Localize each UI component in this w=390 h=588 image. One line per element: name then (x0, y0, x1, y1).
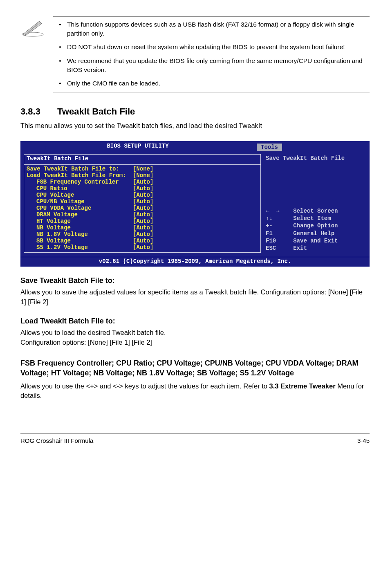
bios-setting-row: CPU VDDA Voltage[Auto] (27, 205, 258, 211)
bios-setting-value: [Auto] (133, 238, 153, 244)
bios-help-text: Save TweakIt Batch File (266, 155, 365, 162)
bios-setting-value: [Auto] (133, 224, 153, 231)
note-callout: •This function supports devices such as … (20, 16, 370, 92)
bios-left-panel: TweakIt Batch File Save TweakIt Batch Fi… (24, 154, 261, 253)
note-content: •This function supports devices such as … (53, 16, 370, 92)
page-footer: ROG Crosshair III Formula 3-45 (20, 433, 370, 444)
note-item: •We recommend that you update the BIOS f… (53, 56, 370, 74)
bios-setting-value: [Auto] (133, 211, 153, 218)
bios-setting-value: [None] (133, 172, 153, 179)
bios-setting-label: CPU/NB Voltage (36, 198, 133, 205)
bios-tab-tools: Tools (257, 144, 282, 151)
bios-setting-label: DRAM Voltage (36, 211, 133, 218)
note-text: Only the CMO file can be loaded. (67, 79, 160, 88)
bios-setting-value: [Auto] (133, 198, 153, 205)
subsection-body: Allows you to save the adjusted values f… (20, 287, 370, 307)
section-name: TweakIt Batch File (57, 106, 135, 117)
bios-setting-label: SB Voltage (36, 238, 133, 244)
subsection-title: Load TweakIt Batch File to: (20, 317, 370, 325)
bios-setting-row: CPU/NB Voltage[Auto] (27, 198, 258, 205)
section-heading: 3.8.3 TweakIt Batch File (20, 106, 370, 117)
note-text: This function supports devices such as a… (67, 20, 370, 38)
note-text: We recommend that you update the BIOS fi… (67, 56, 370, 74)
bios-panel: BIOS SETUP UTILITY Tools TweakIt Batch F… (20, 141, 370, 267)
section-intro: This menu allows you to set the TweakIt … (20, 121, 370, 130)
note-item: •Only the CMO file can be loaded. (53, 79, 370, 88)
bios-setting-row: FSB Frequency Controller[Auto] (27, 179, 258, 185)
section-number: 3.8.3 (20, 106, 57, 117)
bios-setting-value: [Auto] (133, 244, 153, 251)
bios-setting-label: HT Voltage (36, 218, 133, 224)
bios-setting-value: [None] (133, 166, 153, 172)
bios-setting-row: Load TweakIt Batch File From:[None] (27, 172, 258, 179)
bios-setting-label: CPU Ratio (36, 185, 133, 192)
bios-key-help: ← → Select Screen ↑↓ Select Item +- Chan… (266, 207, 365, 252)
bios-setting-label: CPU VDDA Voltage (36, 205, 133, 211)
bios-setting-label: NB 1.8V Voltage (36, 231, 133, 238)
bios-setting-label: CPU Voltage (36, 192, 133, 198)
bios-setting-row: S5 1.2V Voltage[Auto] (27, 244, 258, 251)
bios-setting-row: NB 1.8V Voltage[Auto] (27, 231, 258, 238)
note-item: •This function supports devices such as … (53, 20, 370, 38)
pencil-icon (20, 16, 53, 38)
subsection-body: Allows you to load the desired TweakIt b… (20, 328, 370, 348)
bios-setting-label: Load TweakIt Batch File From: (27, 172, 133, 179)
bios-title: BIOS SETUP UTILITY (20, 141, 255, 151)
bios-setting-row: HT Voltage[Auto] (27, 218, 258, 224)
bios-right-panel: Save TweakIt Batch File ← → Select Scree… (264, 154, 366, 253)
bios-setting-row: Save TweakIt Batch File to:[None] (27, 166, 258, 172)
subsection-body: Allows you to use the <+> and <-> keys t… (20, 382, 370, 401)
note-text: DO NOT shut down or reset the system whi… (67, 43, 345, 52)
bios-setting-label: NB Voltage (36, 224, 133, 231)
note-item: •DO NOT shut down or reset the system wh… (53, 43, 370, 52)
subsection-title: Save TweakIt Batch File to: (20, 276, 370, 285)
bios-panel-title: TweakIt Batch File (24, 155, 260, 165)
bios-setting-row: CPU Voltage[Auto] (27, 192, 258, 198)
svg-line-3 (26, 21, 39, 35)
footer-right: 3-45 (357, 437, 370, 444)
bios-setting-row: NB Voltage[Auto] (27, 224, 258, 231)
bios-setting-label: FSB Frequency Controller (36, 179, 133, 185)
subsection-title: FSB Frequency Controller; CPU Ratio; CPU… (20, 358, 370, 378)
bios-setting-value: [Auto] (133, 231, 153, 238)
bios-setting-label: S5 1.2V Voltage (36, 244, 133, 251)
bios-setting-value: [Auto] (133, 179, 153, 185)
bios-setting-value: [Auto] (133, 185, 153, 192)
bios-footer: v02.61 (C)Copyright 1985-2009, American … (20, 257, 370, 267)
bios-setting-value: [Auto] (133, 218, 153, 224)
bios-setting-row: SB Voltage[Auto] (27, 238, 258, 244)
bios-setting-row: DRAM Voltage[Auto] (27, 211, 258, 218)
bios-setting-value: [Auto] (133, 192, 153, 198)
bios-setting-row: CPU Ratio[Auto] (27, 185, 258, 192)
bios-setting-value: [Auto] (133, 205, 153, 211)
footer-left: ROG Crosshair III Formula (20, 437, 93, 444)
bios-setting-label: Save TweakIt Batch File to: (27, 166, 133, 172)
